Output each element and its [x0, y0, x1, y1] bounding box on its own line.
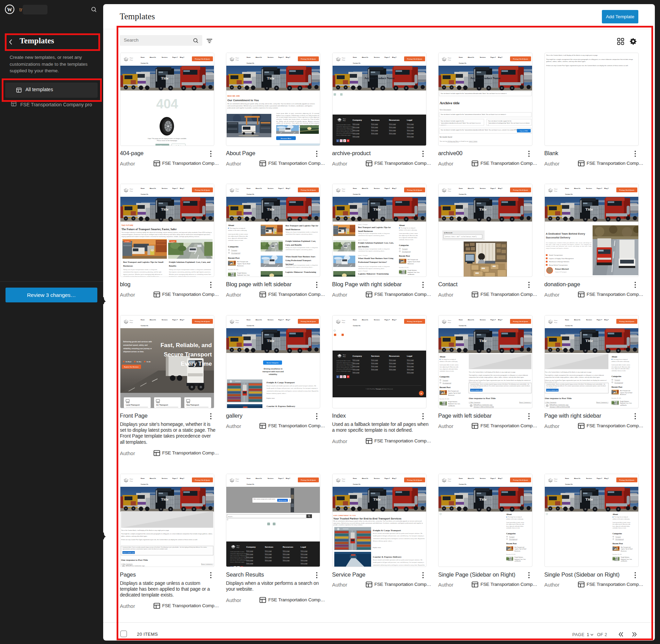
svg-text:W: W	[7, 7, 12, 12]
